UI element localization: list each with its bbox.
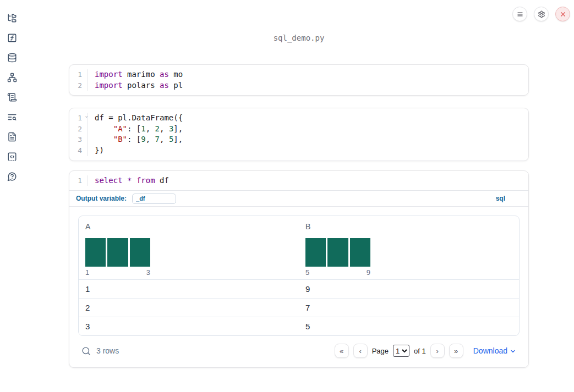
table-row[interactable]: 35 bbox=[79, 317, 519, 335]
line-number: 4 bbox=[69, 145, 88, 156]
sidebar-item-variables[interactable] bbox=[7, 33, 17, 43]
code-text: select * from df bbox=[88, 175, 169, 186]
first-page-button[interactable]: « bbox=[335, 344, 349, 358]
line-number: 1 bbox=[69, 69, 88, 80]
gear-icon bbox=[538, 10, 545, 18]
sql-output-area: A13B59 192735 3 rows « ‹ Page 1 of 1 › bbox=[69, 206, 528, 367]
histogram-bar bbox=[350, 238, 370, 267]
chevron-down-icon bbox=[510, 348, 516, 355]
histogram-bar bbox=[327, 238, 348, 267]
folder-tree-icon bbox=[7, 13, 17, 23]
table-cell: 9 bbox=[299, 280, 519, 298]
page-select[interactable]: 1 bbox=[393, 345, 409, 357]
sidebar-item-dependency-graph[interactable] bbox=[7, 73, 17, 82]
histogram-bar bbox=[107, 238, 128, 267]
table-cell: 7 bbox=[299, 299, 519, 317]
code-line[interactable]: 1import marimo as mo bbox=[69, 69, 528, 80]
histogram-bar bbox=[85, 238, 106, 267]
output-variable-label: Output variable: bbox=[76, 195, 127, 202]
next-page-button[interactable]: › bbox=[430, 344, 445, 358]
code-text: "A": [1, 2, 3], bbox=[88, 124, 183, 135]
line-number: 3 bbox=[69, 134, 88, 145]
search-icon bbox=[81, 346, 91, 356]
prev-page-button[interactable]: ‹ bbox=[353, 344, 368, 358]
notebook: 1import marimo as mo2import polars as pl… bbox=[69, 64, 529, 368]
sql-language-badge: sql bbox=[496, 195, 505, 202]
sql-editor[interactable]: 1select * from df bbox=[69, 171, 528, 191]
column-header-A[interactable]: A13 bbox=[79, 216, 299, 279]
cell-dataframe[interactable]: 1⌄df = pl.DataFrame({2 "A": [1, 2, 3],3 … bbox=[69, 108, 529, 161]
sidebar-item-scratchpad[interactable] bbox=[7, 152, 17, 162]
line-number: 2 bbox=[69, 80, 88, 91]
histogram-bar bbox=[305, 238, 326, 267]
function-square-icon bbox=[7, 33, 17, 43]
column-label: B bbox=[305, 222, 512, 231]
output-variable-input[interactable] bbox=[132, 194, 176, 204]
dataframe-table: A13B59 192735 bbox=[78, 216, 520, 336]
page-label: Page bbox=[372, 347, 389, 355]
table-row[interactable]: 27 bbox=[79, 298, 519, 317]
last-page-button[interactable]: » bbox=[449, 344, 463, 358]
settings-button[interactable] bbox=[534, 7, 549, 21]
scratchpad-icon bbox=[7, 152, 17, 162]
row-count: 3 rows bbox=[96, 346, 119, 355]
code-text: import marimo as mo bbox=[88, 69, 183, 80]
sidebar-item-data-sources[interactable] bbox=[7, 53, 17, 63]
file-text-icon bbox=[7, 132, 17, 142]
page-total: of 1 bbox=[414, 347, 426, 355]
cell-sql[interactable]: 1select * from df Output variable: sql A… bbox=[69, 170, 529, 368]
code-line[interactable]: 2 "A": [1, 2, 3], bbox=[69, 124, 528, 135]
code-editor[interactable]: 1import marimo as mo2import polars as pl bbox=[69, 65, 528, 95]
cell-imports[interactable]: 1import marimo as mo2import polars as pl bbox=[69, 64, 529, 96]
helper-panel-sidebar bbox=[0, 0, 24, 392]
histogram-range-labels: 59 bbox=[305, 268, 370, 277]
column-histogram bbox=[85, 238, 150, 267]
column-histogram bbox=[305, 238, 370, 267]
code-text: }) bbox=[88, 145, 104, 156]
close-icon bbox=[559, 10, 567, 18]
code-text: "B": [9, 7, 5], bbox=[88, 134, 183, 145]
sidebar-item-tracebacks[interactable] bbox=[7, 112, 17, 122]
sidebar-item-help[interactable] bbox=[7, 172, 17, 181]
code-line[interactable]: 1⌄df = pl.DataFrame({ bbox=[69, 113, 528, 124]
code-text: import polars as pl bbox=[88, 80, 183, 91]
table-search-button[interactable] bbox=[81, 346, 91, 356]
sidebar-item-file-explorer[interactable] bbox=[7, 13, 17, 23]
download-button[interactable]: Download bbox=[473, 346, 516, 355]
line-number: 1 bbox=[69, 175, 88, 186]
line-number: 2 bbox=[69, 124, 88, 135]
text-search-icon bbox=[7, 112, 17, 122]
network-icon bbox=[7, 73, 17, 82]
column-header-B[interactable]: B59 bbox=[299, 216, 519, 279]
table-cell: 1 bbox=[79, 280, 299, 298]
code-editor[interactable]: 1⌄df = pl.DataFrame({2 "A": [1, 2, 3],3 … bbox=[69, 108, 528, 160]
code-line[interactable]: 3 "B": [9, 7, 5], bbox=[69, 134, 528, 145]
code-line[interactable]: 1select * from df bbox=[69, 175, 528, 186]
table-footer: 3 rows « ‹ Page 1 of 1 › » Download bbox=[78, 341, 520, 361]
code-line[interactable]: 2import polars as pl bbox=[69, 80, 528, 91]
sidebar-item-documentation[interactable] bbox=[7, 132, 17, 142]
help-circle-icon bbox=[7, 172, 17, 181]
shutdown-button[interactable] bbox=[555, 7, 570, 21]
sidebar-item-logs[interactable] bbox=[7, 92, 17, 102]
fold-chevron-icon[interactable]: ⌄ bbox=[85, 113, 88, 118]
notebook-filename: sql_demo.py bbox=[69, 34, 529, 42]
table-cell: 3 bbox=[79, 317, 299, 335]
table-header-row: A13B59 bbox=[79, 216, 519, 279]
database-icon bbox=[7, 53, 17, 63]
download-label: Download bbox=[473, 346, 507, 355]
histogram-bar bbox=[130, 238, 150, 267]
scroll-text-icon bbox=[7, 92, 17, 102]
pagination: « ‹ Page 1 of 1 › » Download bbox=[335, 344, 516, 358]
line-number: 1⌄ bbox=[69, 113, 88, 124]
notebook-actions bbox=[512, 7, 570, 21]
histogram-range-labels: 13 bbox=[85, 268, 150, 277]
table-row[interactable]: 19 bbox=[79, 279, 519, 298]
hamburger-icon bbox=[516, 10, 524, 18]
table-cell: 5 bbox=[299, 317, 519, 335]
sql-output-variable-row: Output variable: sql bbox=[69, 190, 528, 206]
notebook-menu-button[interactable] bbox=[512, 7, 527, 21]
table-body: 192735 bbox=[79, 279, 519, 335]
table-cell: 2 bbox=[79, 299, 299, 317]
code-line[interactable]: 4}) bbox=[69, 145, 528, 156]
